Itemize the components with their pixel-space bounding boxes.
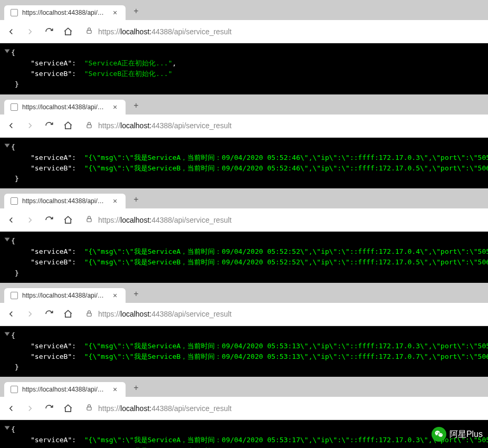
json-open-brace: { xyxy=(5,424,483,435)
json-close-brace: } xyxy=(5,79,483,90)
refresh-button[interactable] xyxy=(43,308,55,320)
json-property: "serviceB": "{\"msg\":\"我是ServiceB，当前时间：… xyxy=(5,446,483,448)
json-close-brace: } xyxy=(5,362,483,373)
home-button[interactable] xyxy=(62,308,74,320)
json-response-viewer: { "serviceA": "{\"msg\":\"我是ServiceA，当前时… xyxy=(0,232,488,283)
collapse-icon[interactable] xyxy=(5,144,10,147)
new-tab-button[interactable]: + xyxy=(129,192,143,207)
lock-icon xyxy=(85,121,93,130)
collapse-icon[interactable] xyxy=(5,238,10,242)
forward-button[interactable] xyxy=(24,214,36,226)
json-property: "serviceA": "{\"msg\":\"我是ServiceA，当前时间：… xyxy=(5,152,483,163)
json-property: "serviceB": "{\"msg\":\"我是ServiceB，当前时间：… xyxy=(5,163,483,174)
tab-title: https://localhost:44388/api/servi xyxy=(22,292,107,299)
browser-window: https://localhost:44388/api/servi × + ht… xyxy=(0,94,488,189)
new-tab-button[interactable]: + xyxy=(129,380,143,395)
browser-window: https://localhost:44388/api/servi × + ht… xyxy=(0,283,488,377)
forward-button[interactable] xyxy=(24,403,36,414)
json-property: "serviceA": "{\"msg\":\"我是ServiceA，当前时间：… xyxy=(5,341,483,351)
refresh-button[interactable] xyxy=(43,120,55,131)
browser-tab[interactable]: https://localhost:44388/api/servi × xyxy=(4,100,126,115)
browser-toolbar: https://localhost:44388/api/service_resu… xyxy=(0,397,488,420)
new-tab-button[interactable]: + xyxy=(129,4,143,18)
page-icon xyxy=(11,103,18,111)
back-button[interactable] xyxy=(5,308,17,320)
json-response-viewer: { "serviceA": "{\"msg\":\"我是ServiceA，当前时… xyxy=(0,420,488,448)
json-close-brace: } xyxy=(5,268,483,279)
home-button[interactable] xyxy=(62,26,74,37)
browser-toolbar: https://localhost:44388/api/service_resu… xyxy=(0,115,488,138)
back-button[interactable] xyxy=(5,26,17,37)
back-button[interactable] xyxy=(5,403,17,414)
browser-tab[interactable]: https://localhost:44388/api/servi × xyxy=(4,382,126,397)
browser-toolbar: https://localhost:44388/api/service_resu… xyxy=(0,208,488,232)
browser-tab[interactable]: https://localhost:44388/api/servi × xyxy=(4,194,126,208)
url-text: https://localhost:44388/api/service_resu… xyxy=(98,310,232,318)
refresh-button[interactable] xyxy=(43,403,55,414)
collapse-icon[interactable] xyxy=(5,332,10,336)
browser-window: https://localhost:44388/api/servi × + ht… xyxy=(0,188,488,283)
forward-button[interactable] xyxy=(24,26,36,37)
back-button[interactable] xyxy=(5,120,17,131)
collapse-icon[interactable] xyxy=(5,50,10,53)
back-button[interactable] xyxy=(5,214,17,226)
json-property: "serviceA": "{\"msg\":\"我是ServiceA，当前时间：… xyxy=(5,435,483,445)
wechat-icon xyxy=(432,427,446,442)
close-icon[interactable]: × xyxy=(111,385,119,394)
url-text: https://localhost:44388/api/service_resu… xyxy=(98,121,232,130)
forward-button[interactable] xyxy=(24,120,36,131)
watermark: 阿星Plus xyxy=(432,427,483,442)
address-bar[interactable]: https://localhost:44388/api/service_resu… xyxy=(81,213,483,226)
tab-title: https://localhost:44388/api/servi xyxy=(22,197,107,205)
tab-title: https://localhost:44388/api/servi xyxy=(22,386,107,393)
json-response-viewer: { "serviceA": "{\"msg\":\"我是ServiceA，当前时… xyxy=(0,326,488,377)
url-text: https://localhost:44388/api/service_resu… xyxy=(98,404,232,413)
json-open-brace: { xyxy=(5,142,483,152)
json-open-brace: { xyxy=(5,47,483,58)
svg-rect-4 xyxy=(87,407,91,411)
tab-bar: https://localhost:44388/api/servi × + xyxy=(0,0,488,20)
home-button[interactable] xyxy=(62,214,74,226)
svg-rect-1 xyxy=(87,125,91,128)
collapse-icon[interactable] xyxy=(5,426,10,430)
url-text: https://localhost:44388/api/service_resu… xyxy=(98,27,232,36)
address-bar[interactable]: https://localhost:44388/api/service_resu… xyxy=(81,25,483,38)
json-open-brace: { xyxy=(5,236,483,246)
new-tab-button[interactable]: + xyxy=(129,287,143,301)
json-response-viewer: { "serviceA": "ServiceA正在初始化...", "servi… xyxy=(0,43,488,94)
forward-button[interactable] xyxy=(24,308,36,320)
address-bar[interactable]: https://localhost:44388/api/service_resu… xyxy=(81,119,483,132)
tab-title: https://localhost:44388/api/servi xyxy=(22,103,107,111)
browser-tab[interactable]: https://localhost:44388/api/servi × xyxy=(4,288,126,303)
browser-toolbar: https://localhost:44388/api/service_resu… xyxy=(0,303,488,326)
url-text: https://localhost:44388/api/service_resu… xyxy=(98,216,232,224)
close-icon[interactable]: × xyxy=(111,8,119,17)
browser-window: https://localhost:44388/api/servi × + ht… xyxy=(0,0,488,94)
close-icon[interactable]: × xyxy=(111,103,119,111)
browser-tab[interactable]: https://localhost:44388/api/servi × xyxy=(4,5,126,20)
address-bar[interactable]: https://localhost:44388/api/service_resu… xyxy=(81,402,483,415)
page-icon xyxy=(11,9,18,16)
tab-title: https://localhost:44388/api/servi xyxy=(22,9,107,16)
tab-bar: https://localhost:44388/api/servi × + xyxy=(0,94,488,115)
json-property: "serviceB": "{\"msg\":\"我是ServiceB，当前时间：… xyxy=(5,351,483,362)
json-property: "serviceA": "{\"msg\":\"我是ServiceA，当前时间：… xyxy=(5,246,483,257)
page-icon xyxy=(11,292,18,299)
home-button[interactable] xyxy=(62,120,74,131)
new-tab-button[interactable]: + xyxy=(129,98,143,113)
browser-toolbar: https://localhost:44388/api/service_resu… xyxy=(0,20,488,43)
svg-rect-3 xyxy=(87,313,91,316)
svg-rect-0 xyxy=(87,30,91,33)
page-icon xyxy=(11,197,18,205)
json-property: "serviceB": "{\"msg\":\"我是ServiceB，当前时间：… xyxy=(5,257,483,268)
lock-icon xyxy=(85,215,93,224)
home-button[interactable] xyxy=(62,403,74,414)
json-response-viewer: { "serviceA": "{\"msg\":\"我是ServiceA，当前时… xyxy=(0,138,488,189)
close-icon[interactable]: × xyxy=(111,291,119,300)
json-close-brace: } xyxy=(5,174,483,184)
close-icon[interactable]: × xyxy=(111,197,119,205)
refresh-button[interactable] xyxy=(43,214,55,226)
lock-icon xyxy=(85,404,93,413)
refresh-button[interactable] xyxy=(43,26,55,37)
address-bar[interactable]: https://localhost:44388/api/service_resu… xyxy=(81,308,483,321)
